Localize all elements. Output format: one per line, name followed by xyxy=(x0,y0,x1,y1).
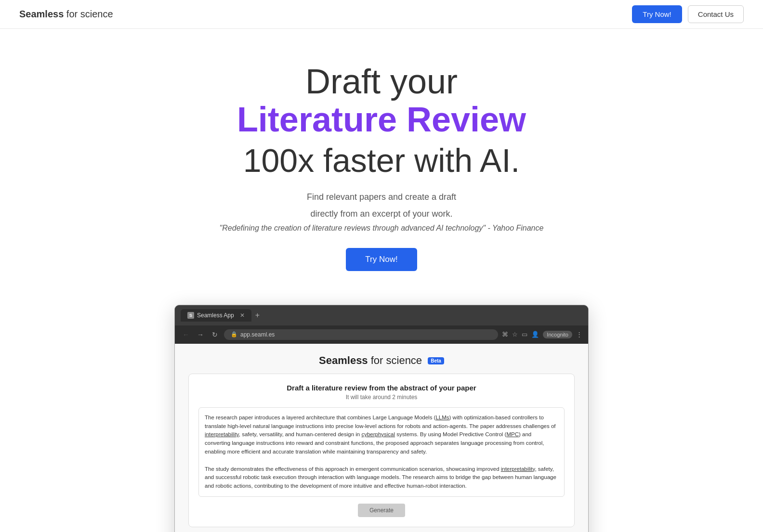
menu-icon[interactable]: ⋮ xyxy=(576,331,582,338)
refresh-button[interactable]: ↻ xyxy=(210,329,220,340)
new-tab-button[interactable]: + xyxy=(255,311,260,320)
hero-line1: Draft your xyxy=(19,63,744,101)
browser-tab[interactable]: S Seamless App ✕ xyxy=(181,309,251,322)
abstract-text: The research paper introduces a layered … xyxy=(205,414,558,491)
nav-try-now-button[interactable]: Try Now! xyxy=(632,5,682,23)
hero-subtitle1: Find relevant papers and create a draft xyxy=(19,190,744,204)
hero-line3: 100x faster with AI. xyxy=(19,143,744,179)
browser-nav-bar: ← → ↻ 🔒 app.seaml.es ⌘ ☆ ▭ 👤 Incognito ⋮ xyxy=(175,325,588,344)
address-bar[interactable]: 🔒 app.seaml.es xyxy=(224,329,498,340)
browser-mockup: S Seamless App ✕ + ← → ↻ 🔒 app.seaml.es … xyxy=(174,305,589,532)
generate-row: Generate xyxy=(198,504,565,517)
incognito-badge: Incognito xyxy=(543,331,572,338)
extensions-icon[interactable]: ⌘ xyxy=(502,331,508,338)
interpretability-link2: interpretability xyxy=(501,466,535,472)
hero-line2: Literature Review xyxy=(19,101,744,139)
hero-section: Draft your Literature Review 100x faster… xyxy=(0,29,763,295)
hero-try-now-button[interactable]: Try Now! xyxy=(346,248,417,271)
browser-chrome: S Seamless App ✕ + ← → ↻ 🔒 app.seaml.es … xyxy=(175,305,588,344)
hero-subtitle2: directly from an excerpt of your work. xyxy=(19,207,744,221)
draft-card-title: Draft a literature review from the abstr… xyxy=(198,384,565,392)
tab-favicon: S xyxy=(187,312,194,319)
cast-icon[interactable]: ▭ xyxy=(522,331,527,338)
bookmark-icon[interactable]: ☆ xyxy=(512,331,518,338)
logo-bold: Seamless xyxy=(19,9,64,19)
tab-close-icon[interactable]: ✕ xyxy=(240,312,245,319)
inner-app-header: Seamless for science Beta xyxy=(175,344,588,374)
tab-label: Seamless App xyxy=(197,312,234,319)
forward-button[interactable]: → xyxy=(195,329,206,340)
browser-titlebar: S Seamless App ✕ + xyxy=(175,305,588,325)
browser-nav-right: ⌘ ☆ ▭ 👤 Incognito ⋮ xyxy=(502,331,582,338)
hero-quote: "Redefining the creation of literature r… xyxy=(19,224,744,233)
llms-link: LLMs xyxy=(435,415,449,420)
beta-badge: Beta xyxy=(428,357,444,364)
browser-content: Seamless for science Beta Draft a litera… xyxy=(175,344,588,532)
generate-button[interactable]: Generate xyxy=(358,504,405,517)
draft-card-subtitle: It will take around 2 minutes xyxy=(198,394,565,401)
draft-card: Draft a literature review from the abstr… xyxy=(188,374,575,527)
nav-buttons: Try Now! Contact Us xyxy=(632,5,744,23)
lock-icon: 🔒 xyxy=(231,331,237,337)
logo-regular: for science xyxy=(64,9,113,19)
nav-contact-button[interactable]: Contact Us xyxy=(688,5,744,23)
interpretability-link1: interpretability xyxy=(205,431,239,437)
navbar: Seamless for science Try Now! Contact Us xyxy=(0,0,763,29)
inner-title-regular: for science xyxy=(368,354,422,366)
abstract-textarea[interactable]: The research paper introduces a layered … xyxy=(198,407,565,497)
mpc-link: MPC xyxy=(506,431,519,437)
back-button[interactable]: ← xyxy=(181,329,191,340)
logo: Seamless for science xyxy=(19,9,113,20)
inner-title-bold: Seamless xyxy=(319,354,368,366)
address-text: app.seaml.es xyxy=(240,331,275,338)
cyberphysical-link: cyberphysical xyxy=(361,431,395,437)
profile-icon[interactable]: 👤 xyxy=(531,331,539,338)
